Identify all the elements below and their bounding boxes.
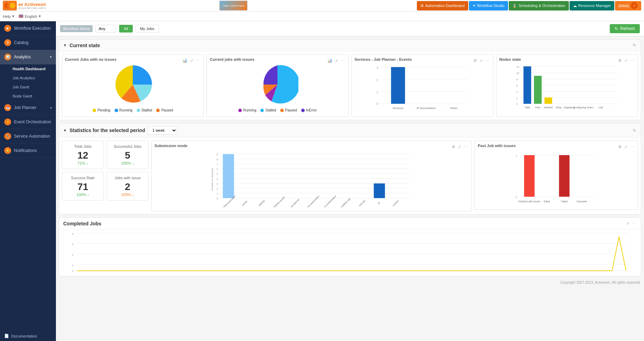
language-menu[interactable]: 🇬🇧 English ▾ bbox=[19, 14, 41, 19]
svg-text:Total: Total bbox=[524, 106, 530, 109]
issues-more-btn[interactable]: ⋯ bbox=[340, 58, 346, 64]
nodes-expand-btn[interactable]: ⤢ bbox=[624, 58, 628, 64]
svg-text:3: 3 bbox=[217, 182, 218, 186]
sidebar-subitem-job-gantt[interactable]: Job Gantt bbox=[0, 82, 56, 92]
svg-text:1: 1 bbox=[72, 264, 74, 267]
workflow-execution-icon: ▶ bbox=[4, 25, 11, 32]
service-automation-icon: 🔧 bbox=[4, 133, 11, 140]
submission-title: Submission mode bbox=[154, 144, 188, 148]
paused-label: Paused bbox=[161, 108, 173, 112]
inerror-dot bbox=[301, 109, 305, 112]
resource-manager-btn[interactable]: ☁ Resource Manager bbox=[570, 1, 615, 10]
help-menu[interactable]: Help ▾ bbox=[3, 14, 14, 19]
past-issues-expand-btn[interactable]: ⤢ bbox=[624, 144, 628, 150]
completed-jobs-actions: ⤢ ⋯ bbox=[625, 220, 637, 226]
nodes-more-btn[interactable]: ⋯ bbox=[630, 58, 635, 64]
svg-text:2: 2 bbox=[376, 78, 378, 82]
no-issues-more-btn[interactable]: ⋯ bbox=[195, 58, 201, 64]
issues-title: Current jobs with issues bbox=[210, 57, 254, 61]
current-state-refresh-btn[interactable]: ↻ bbox=[632, 42, 637, 48]
svg-text:10: 10 bbox=[516, 72, 519, 75]
paused2-label: Paused bbox=[285, 108, 297, 112]
jobs-issue-label: Jobs with issue bbox=[113, 176, 143, 180]
sidebar-item-analytics[interactable]: 📊 Analytics ▾ bbox=[0, 50, 56, 64]
no-issues-expand-btn[interactable]: ⤢ bbox=[189, 58, 194, 64]
current-state-chevron[interactable]: ▼ bbox=[63, 43, 67, 47]
svg-text:cli: cli bbox=[377, 201, 381, 205]
svg-text:studio: studio bbox=[241, 200, 248, 206]
top-navbar: ee Activeeon SCALE BEYOND LIMITS Your LO… bbox=[0, 0, 644, 12]
scheduling-btn[interactable]: ⌛ Scheduling & Orchestration bbox=[509, 1, 569, 10]
no-issues-pie-chart bbox=[112, 64, 154, 106]
svg-text:1: 1 bbox=[376, 90, 378, 94]
issues-expand-btn[interactable]: ⤢ bbox=[334, 58, 339, 64]
workflow-studio-btn[interactable]: ✦ Workflow Studio bbox=[469, 1, 508, 10]
successful-jobs-value: 5 bbox=[113, 150, 143, 161]
services-settings-btn[interactable]: ⚙ bbox=[473, 58, 478, 64]
submission-more-btn[interactable]: ⋯ bbox=[463, 144, 469, 150]
top-nav-center: Your LOGO here bbox=[50, 1, 417, 10]
event-orchestration-label: Event Orchestration bbox=[14, 119, 51, 124]
workflow-name-input[interactable] bbox=[95, 25, 116, 32]
svg-rect-96 bbox=[559, 155, 570, 197]
documentation-label: Documentation bbox=[11, 334, 37, 338]
logo-sub: SCALE BEYOND LIMITS bbox=[18, 7, 46, 9]
sidebar-item-notifications[interactable]: 🔔 Notifications bbox=[0, 144, 56, 158]
services-chart-card: Services - Job Planner - Events ⚙ ⤢ ⋯ 3 … bbox=[352, 54, 493, 117]
svg-text:2: 2 bbox=[516, 97, 518, 100]
scheduling-icon: ⌛ bbox=[512, 3, 517, 8]
total-jobs-sub: 71% ↓ bbox=[68, 161, 98, 165]
completed-jobs-expand-btn[interactable]: ⤢ bbox=[625, 220, 630, 226]
documentation-link[interactable]: 📄 Documentation bbox=[0, 331, 56, 341]
no-issues-bar-icon[interactable]: 📊 bbox=[182, 58, 188, 64]
svg-text:1: 1 bbox=[516, 154, 518, 158]
svg-text:3: 3 bbox=[376, 66, 378, 70]
services-actions: ⚙ ⤢ ⋯ bbox=[473, 58, 490, 64]
services-more-btn[interactable]: ⋯ bbox=[485, 58, 490, 64]
sidebar-item-job-planner[interactable]: 📅 Job Planner ◂ bbox=[0, 101, 56, 115]
main-layout: ▶ Workflow Execution ☰ Catalog 📊 Analyti… bbox=[0, 21, 644, 341]
automation-dashboard-btn[interactable]: ⚙ Automation Dashboard bbox=[417, 1, 468, 10]
stalled2-label: Stalled bbox=[265, 108, 276, 112]
sidebar-subitem-health-dashboard[interactable]: Health Dashboard bbox=[0, 64, 56, 73]
services-expand-btn[interactable]: ⤢ bbox=[479, 58, 484, 64]
sidebar-item-catalog[interactable]: ☰ Catalog bbox=[0, 36, 56, 50]
svg-text:Configuring: Configuring bbox=[573, 106, 586, 109]
nodes-settings-btn[interactable]: ⚙ bbox=[617, 58, 622, 64]
svg-rect-32 bbox=[534, 76, 542, 104]
no-issues-legend: Pending Running Stalled bbox=[93, 108, 173, 112]
sidebar-item-workflow-execution[interactable]: ▶ Workflow Execution bbox=[0, 21, 56, 36]
notifications-icon: 🔔 bbox=[4, 147, 11, 154]
user-menu[interactable]: jlailaty J bbox=[615, 1, 641, 10]
issues-bar-icon[interactable]: 📊 bbox=[327, 58, 333, 64]
language-chevron: ▾ bbox=[39, 14, 41, 19]
job-planner-icon: 📅 bbox=[4, 104, 11, 111]
completed-jobs-chart: 4 3 2 1 0 ... ... bbox=[59, 230, 641, 275]
sidebar: ▶ Workflow Execution ☰ Catalog 📊 Analyti… bbox=[0, 21, 56, 341]
sidebar-item-service-automation[interactable]: 🔧 Service Automation bbox=[0, 129, 56, 144]
filter-myjobs-btn[interactable]: My Jobs bbox=[136, 25, 159, 32]
job-planner-label: Job Planner bbox=[14, 105, 36, 110]
sidebar-item-event-orchestration[interactable]: ⚡ Event Orchestration bbox=[0, 115, 56, 129]
submission-settings-btn[interactable]: ⚙ bbox=[451, 144, 456, 150]
automation-label: Automation Dashboard bbox=[425, 3, 465, 8]
legend-paused: Paused bbox=[156, 108, 173, 112]
refresh-btn[interactable]: ↻ Refresh bbox=[610, 24, 640, 33]
completed-jobs-more-btn[interactable]: ⋯ bbox=[631, 220, 637, 226]
period-select[interactable]: 1 week 1 day 1 month 3 months bbox=[148, 126, 177, 135]
past-issues-more-btn[interactable]: ⋯ bbox=[630, 144, 635, 150]
svg-text:2: 2 bbox=[217, 187, 218, 190]
filter-all-btn[interactable]: All bbox=[119, 25, 132, 32]
sidebar-subitem-node-gantt[interactable]: Node Gantt bbox=[0, 92, 56, 101]
submission-bar-chart: Number of workflows 9 8 7 6 5 4 3 2 1 0 bbox=[154, 151, 469, 207]
svg-text:Failed: Failed bbox=[561, 200, 568, 203]
sidebar-subitem-job-analytics[interactable]: Job Analytics bbox=[0, 73, 56, 82]
toolbar: Workflow Name All My Jobs ↻ Refresh bbox=[56, 21, 644, 36]
submission-expand-btn[interactable]: ⤢ bbox=[457, 144, 462, 150]
success-rate-value: 71 bbox=[68, 181, 98, 193]
svg-text:Busy: Busy bbox=[556, 106, 562, 109]
past-issues-settings-btn[interactable]: ⚙ bbox=[617, 144, 622, 150]
svg-text:0: 0 bbox=[516, 196, 518, 199]
statistics-refresh-btn[interactable]: ↻ bbox=[632, 128, 637, 133]
statistics-chevron[interactable]: ▼ bbox=[63, 129, 67, 132]
